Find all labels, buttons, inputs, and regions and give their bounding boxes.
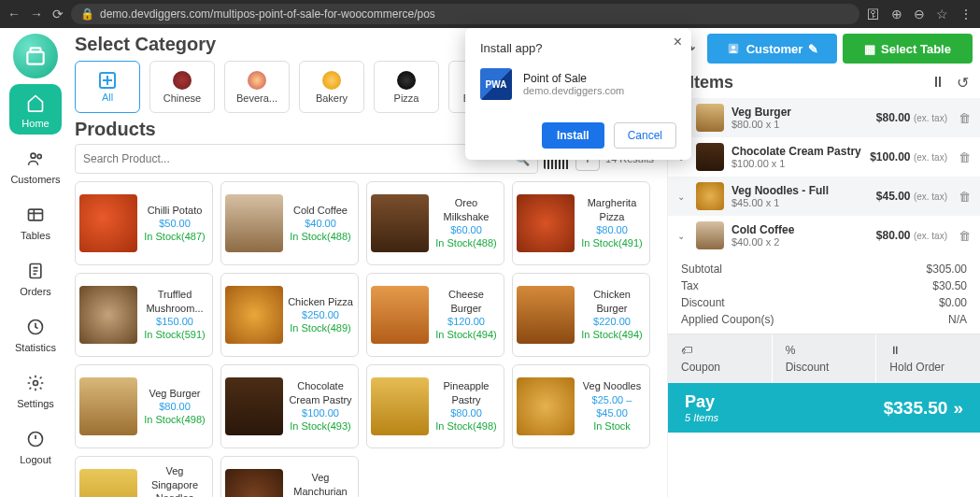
product-name: Chicken Pizza: [288, 295, 353, 308]
tables-icon: [22, 202, 49, 228]
product-stock: In Stock(488): [290, 230, 350, 243]
svg-point-2: [31, 153, 36, 158]
product-card[interactable]: Veg Singapore Noodles$35.00 – $65.00: [75, 456, 213, 497]
category-pizza[interactable]: Pizza: [374, 61, 439, 113]
product-image: [371, 286, 429, 344]
discount-button[interactable]: %Discount: [773, 334, 877, 383]
product-image: [371, 377, 429, 435]
product-card[interactable]: Veg Manchurian$30.00 – $50.00: [220, 456, 359, 497]
cart-item-sub: $45.00 x 1: [731, 197, 869, 208]
cart-item-name: Cold Coffee: [731, 223, 869, 236]
chevron-down-icon[interactable]: ⌄: [677, 192, 689, 202]
pause-icon: ⏸: [889, 344, 967, 357]
product-card[interactable]: Oreo Milkshake$60.00In Stock(488): [366, 181, 504, 265]
svg-point-7: [34, 381, 38, 386]
star-icon[interactable]: ☆: [936, 7, 948, 21]
install-app-popup: × Install app? PWA Point of Sale demo.de…: [465, 28, 691, 160]
gear-icon: [22, 370, 49, 396]
product-name: Cold Coffee: [293, 204, 348, 217]
product-image: [517, 286, 575, 344]
product-card[interactable]: Truffled Mushroom...$150.00In Stock(591): [75, 273, 213, 357]
search-input[interactable]: [83, 152, 515, 165]
product-card[interactable]: Chicken Burger$220.00In Stock(494): [512, 273, 650, 357]
sidebar-item-customers[interactable]: Customers: [9, 140, 62, 191]
product-card[interactable]: Veg Noodles$25.00 – $45.00In Stock: [512, 364, 650, 448]
delete-icon[interactable]: 🗑: [959, 229, 971, 243]
sidebar-item-settings[interactable]: Settings: [9, 364, 62, 415]
edit-icon: ✎: [808, 42, 818, 56]
product-image: [517, 377, 575, 435]
product-image: [225, 377, 283, 435]
cart-item[interactable]: ⌄Cold Coffee$40.00 x 2$80.00 (ex. tax)🗑: [668, 216, 980, 255]
sidebar-item-home[interactable]: Home: [9, 84, 62, 135]
category-icon: [173, 71, 192, 90]
product-image: [79, 377, 137, 435]
statistics-icon: [22, 314, 49, 340]
home-icon: [22, 90, 49, 116]
sidebar-item-orders[interactable]: Orders: [9, 252, 62, 303]
cart-item[interactable]: ⌄Chocolate Cream Pastry$100.00 x 1$100.0…: [668, 137, 980, 177]
svg-rect-0: [27, 52, 43, 64]
product-card[interactable]: Chocolate Cream Pastry$100.00In Stock(49…: [220, 364, 359, 448]
category-beverages[interactable]: Bevera...: [224, 61, 290, 113]
sidebar-item-label: Statistics: [15, 342, 56, 353]
cart-item[interactable]: ⌄Veg Noodles - Full$45.00 x 1$45.00 (ex.…: [668, 177, 980, 216]
pause-icon[interactable]: ⏸: [930, 74, 945, 92]
percent-icon: %: [786, 344, 863, 357]
product-image: [225, 286, 283, 344]
close-icon[interactable]: ×: [674, 34, 682, 50]
product-price: $60.00: [450, 223, 482, 236]
delete-icon[interactable]: 🗑: [959, 150, 971, 164]
svg-rect-4: [29, 209, 43, 220]
delete-icon[interactable]: 🗑: [959, 190, 971, 204]
product-image: [79, 194, 137, 252]
coupon-button[interactable]: 🏷Coupon: [668, 334, 773, 383]
url-bar[interactable]: 🔒 demo.devdiggers.com/multipos-point-of-…: [71, 4, 859, 24]
product-stock: In Stock(591): [144, 328, 205, 341]
product-name: Chilli Potato: [148, 204, 203, 217]
sidebar-item-logout[interactable]: Logout: [9, 420, 62, 471]
sidebar-item-statistics[interactable]: Statistics: [9, 308, 62, 359]
product-card[interactable]: Cold Coffee$40.00In Stock(488): [220, 181, 359, 265]
product-card[interactable]: Veg Burger$80.00In Stock(498): [75, 364, 213, 448]
table-icon: ▦: [864, 42, 875, 56]
product-price: $220.00: [593, 315, 631, 328]
category-bakery[interactable]: Bakery: [299, 61, 364, 113]
cart-item[interactable]: Veg Burger$80.00 x 1$80.00 (ex. tax)🗑: [668, 98, 980, 137]
chevron-down-icon[interactable]: ⌄: [677, 231, 689, 241]
product-card[interactable]: Chilli Potato$50.00In Stock(487): [75, 181, 213, 265]
delete-icon[interactable]: 🗑: [959, 111, 971, 125]
hold-button[interactable]: ⏸Hold Order: [876, 334, 980, 383]
key-icon[interactable]: ⚿: [867, 7, 880, 21]
back-icon[interactable]: ←: [7, 7, 21, 21]
category-icon: [397, 71, 416, 90]
lock-icon: 🔒: [80, 7, 94, 21]
cart-item-sub: $100.00 x 1: [731, 158, 862, 169]
zoom-icon[interactable]: ⊖: [914, 7, 925, 21]
customer-button[interactable]: Customer ✎: [707, 34, 837, 64]
reload-icon[interactable]: ⟳: [52, 7, 64, 21]
pay-button[interactable]: Pay 5 Items $335.50»: [668, 383, 980, 433]
customers-icon: [22, 146, 49, 172]
product-name: Oreo Milkshake: [433, 196, 500, 223]
sidebar-item-tables[interactable]: Tables: [9, 196, 62, 247]
product-card[interactable]: Chicken Pizza$250.00In Stock(489): [220, 273, 359, 357]
select-table-button[interactable]: ▦ Select Table: [843, 34, 973, 64]
install-app-domain: demo.devdiggers.com: [523, 85, 624, 96]
product-stock: In Stock(491): [581, 236, 642, 249]
install-button[interactable]: Install: [542, 122, 604, 149]
cancel-button[interactable]: Cancel: [614, 122, 676, 149]
product-card[interactable]: Pineapple Pastry$80.00In Stock(498): [366, 364, 504, 448]
cart-item-image: [696, 182, 724, 210]
product-card[interactable]: Margherita Pizza$80.00In Stock(491): [512, 181, 650, 265]
menu-icon[interactable]: ⋮: [959, 7, 973, 21]
category-all[interactable]: All: [75, 61, 140, 113]
forward-icon[interactable]: →: [30, 7, 43, 21]
product-card[interactable]: Cheese Burger$120.00In Stock(494): [366, 273, 504, 357]
install-icon[interactable]: ⊕: [891, 7, 902, 21]
svg-point-3: [37, 154, 41, 158]
category-chinese[interactable]: Chinese: [149, 61, 215, 113]
reset-icon[interactable]: ↺: [957, 74, 969, 92]
pwa-icon: PWA: [480, 68, 512, 100]
product-grid[interactable]: Chilli Potato$50.00In Stock(487)Cold Cof…: [75, 181, 658, 497]
